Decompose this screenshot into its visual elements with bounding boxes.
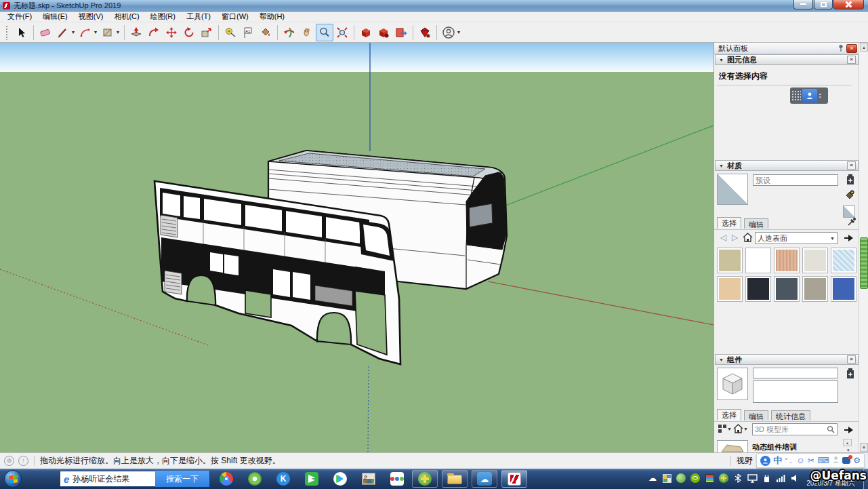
tray-close-button[interactable]: × (846, 44, 857, 53)
taskbar-tencent-video-button[interactable] (329, 470, 351, 488)
scale-tool-button[interactable] (198, 24, 215, 41)
material-details-button[interactable] (843, 232, 854, 245)
tray-nvidia-icon[interactable] (690, 473, 701, 484)
menu-help[interactable]: 帮助(H) (254, 11, 290, 22)
ime-clipboard-button[interactable]: ✂ (808, 456, 814, 465)
tray-bluetooth-icon[interactable] (732, 473, 743, 484)
secondary-material-swatch[interactable] (843, 206, 855, 218)
entity-info-header[interactable]: ▼ 图元信息 × (715, 54, 859, 65)
tape-measure-tool-button[interactable] (222, 24, 239, 41)
taskbar-search-query[interactable]: 孙杨听证会结果 (73, 473, 129, 485)
menu-edit[interactable]: 编辑(E) (37, 11, 73, 22)
tray-header[interactable]: 默认面板 × (714, 43, 859, 54)
tray-360-icon[interactable] (676, 473, 686, 484)
tray-network-icon[interactable] (775, 473, 786, 484)
component-details-button[interactable] (843, 424, 854, 437)
move-tool-button[interactable] (163, 24, 180, 41)
tray-power-icon[interactable] (761, 473, 772, 484)
eraser-tool-button[interactable] (37, 24, 54, 41)
component-home-button[interactable]: ▼ (733, 424, 748, 433)
components-tab-select[interactable]: 选择 (717, 409, 741, 420)
3d-text-tool-button[interactable]: A1 (239, 24, 257, 41)
panel-scrollbar[interactable]: ▲ ▼ (859, 43, 868, 452)
rectangle-tool-button[interactable] (99, 24, 117, 41)
taskbar-photo-viewer-button[interactable]: 2 (358, 470, 379, 488)
menu-tools[interactable]: 工具(T) (181, 11, 216, 22)
tray-display-icon[interactable] (747, 473, 758, 484)
scroll-up-button[interactable]: ▲ (860, 43, 868, 52)
push-pull-tool-button[interactable] (127, 24, 145, 41)
rotate-tool-button[interactable] (180, 24, 198, 41)
3d-warehouse-button[interactable] (357, 24, 375, 41)
extension-warehouse-button[interactable] (416, 24, 434, 41)
taskbar-meeting-app-button[interactable] (386, 470, 408, 488)
line-tool-button[interactable] (54, 24, 72, 41)
tray-360-safe-icon[interactable] (718, 473, 729, 484)
material-swatch[interactable] (802, 248, 828, 273)
menu-draw[interactable]: 绘图(R) (145, 11, 181, 22)
menu-view[interactable]: 视图(V) (73, 11, 109, 22)
components-close-button[interactable]: × (847, 355, 856, 364)
forward-button[interactable]: ▷ (730, 233, 740, 242)
ime-mode-toggle[interactable]: 中 (773, 454, 782, 467)
taskbar-360-browser-button[interactable] (244, 470, 266, 488)
toggle-grid-icon[interactable] (791, 90, 801, 101)
spinner-arrows[interactable]: ▴▾ (819, 92, 821, 99)
ime-emoji-button[interactable]: ☺ (796, 456, 804, 465)
material-swatch[interactable] (774, 276, 800, 302)
view-options-button[interactable]: ▼ (718, 424, 732, 433)
paint-details-button[interactable] (844, 189, 855, 201)
in-model-button[interactable] (743, 233, 753, 243)
material-swatch[interactable] (831, 248, 856, 273)
arc-tool-button[interactable] (77, 24, 94, 41)
maximize-button[interactable] (814, 0, 833, 9)
scrollbar-thumb[interactable] (860, 237, 868, 289)
materials-tab-edit[interactable]: 编辑 (744, 218, 768, 229)
credits-icon[interactable]: ↑ (18, 456, 28, 466)
close-button[interactable] (833, 0, 864, 9)
tray-app-grid-icon[interactable] (661, 473, 672, 484)
taskbar-search-box[interactable]: e 孙杨听证会结果 搜索一下 (60, 471, 210, 487)
follow-me-tool-button[interactable] (145, 24, 163, 41)
ime-account-icon[interactable] (832, 456, 840, 465)
minimize-button[interactable] (793, 0, 813, 9)
taskbar-cloud-app-button[interactable]: ☁ (472, 470, 497, 488)
toolbar-drag-handle[interactable] (5, 25, 9, 40)
back-button[interactable]: ◁ (718, 233, 728, 242)
material-swatch[interactable] (831, 276, 856, 302)
start-button[interactable] (4, 470, 22, 488)
taskbar-360-safe-button[interactable] (412, 470, 438, 488)
menu-camera[interactable]: 相机(C) (108, 11, 144, 22)
geolocation-icon[interactable]: ⊕ (4, 456, 14, 466)
ime-settings-gear-icon[interactable]: ⚙ (853, 456, 861, 465)
viewport-canvas[interactable] (0, 43, 714, 452)
component-description-box[interactable] (753, 380, 838, 403)
pan-tool-button[interactable] (298, 24, 316, 41)
list-scroll-up-button[interactable]: ▴ (843, 439, 852, 446)
tray-volume-icon[interactable] (789, 473, 800, 484)
account-button[interactable] (440, 24, 457, 41)
sample-paint-button[interactable] (847, 217, 856, 228)
material-swatch[interactable] (802, 276, 828, 302)
ime-logo-icon[interactable] (760, 456, 770, 466)
search-icon[interactable] (827, 425, 835, 433)
components-header[interactable]: ▼ 组件 × (715, 354, 859, 365)
material-swatch[interactable] (745, 248, 771, 273)
send-to-layout-button[interactable] (392, 24, 410, 41)
tray-cloud-icon[interactable]: ☁ (647, 473, 658, 484)
scroll-down-button[interactable]: ▼ (860, 443, 868, 452)
ime-punctuation-toggle[interactable]: °， (785, 456, 794, 465)
share-model-button[interactable] (375, 24, 392, 41)
rectangle-tool-dropdown[interactable]: ▼ (115, 30, 121, 35)
material-category-select[interactable]: 人造表面 ▼ (755, 232, 838, 244)
component-list-item-label[interactable]: 动态组件培训 (752, 442, 797, 452)
materials-tab-select[interactable]: 选择 (717, 217, 741, 229)
material-name-input[interactable] (753, 174, 838, 186)
tray-stack-icon[interactable] (704, 473, 715, 484)
materials-close-button[interactable]: × (847, 161, 856, 170)
zoom-tool-button[interactable] (316, 24, 333, 41)
line-tool-dropdown[interactable]: ▼ (70, 30, 76, 35)
arc-tool-dropdown[interactable]: ▼ (93, 30, 98, 35)
ime-keyboard-button[interactable]: ⌨ (817, 456, 829, 465)
taskbar-chrome-button[interactable] (215, 470, 237, 488)
